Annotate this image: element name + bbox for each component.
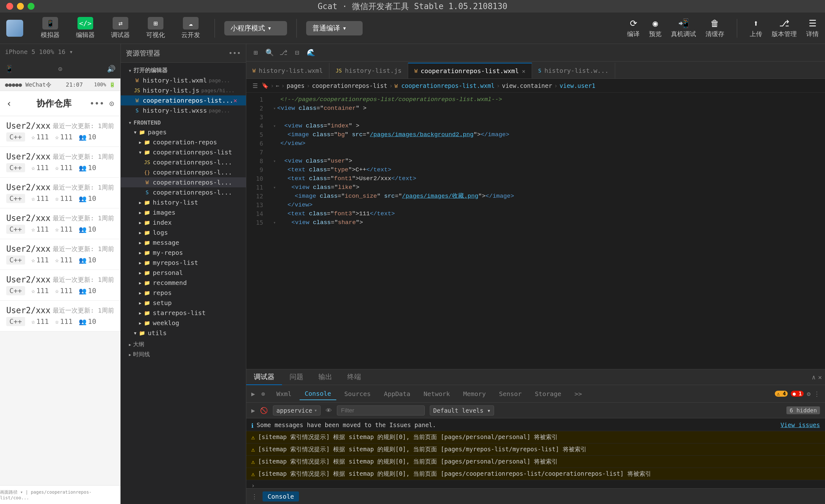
folder-logs[interactable]: ▸ 📁 logs (121, 227, 246, 237)
avatar[interactable] (6, 20, 23, 37)
frontend-section[interactable]: ▾ FRONTEND (121, 118, 246, 127)
simulator-button[interactable]: 📱 模拟器 (36, 14, 65, 42)
repo-list-item[interactable]: User2/xxx 最近一次更新: 1周前 C++ ☆ 111 ☆ 111 👥 … (0, 147, 121, 177)
repo-list-item[interactable]: User2/xxx 最近一次更新: 1周前 C++ ☆ 111 ☆ 111 👥 … (0, 208, 121, 239)
folder-pages[interactable]: ▾ 📁 pages (121, 127, 246, 137)
split-icon[interactable]: ⊞ (249, 47, 262, 59)
appservice-dropdown[interactable]: appservice ▾ (273, 406, 320, 416)
more-devtools-icon[interactable]: ⋮ (814, 390, 820, 398)
tab-output[interactable]: 输出 (311, 369, 340, 385)
folder-history-list[interactable]: ▸ 📁 history-list (121, 197, 246, 207)
levels-dropdown[interactable]: Default levels ▾ (430, 406, 494, 416)
file-cooperationrepos-wxss[interactable]: S cooperationrepos-l... (121, 187, 246, 197)
close-console-icon[interactable]: ✕ (818, 373, 822, 381)
version-button[interactable]: ⎇ 版本管理 (772, 18, 797, 38)
folder-personal[interactable]: ▸ 📁 personal (121, 268, 246, 278)
code-content[interactable]: <!--/pages/cooperationrepos-list/coopera… (268, 92, 825, 369)
camera-icon[interactable]: ⊙ (109, 99, 114, 108)
timeline-section[interactable]: ▸ 时间线 (121, 349, 246, 359)
repo-list-item[interactable]: User2/xxx 最近一次更新: 1周前 C++ ☆ 111 ☆ 111 👥 … (0, 301, 121, 332)
devtab-sources[interactable]: Sources (340, 387, 376, 400)
folder-starrepos-list[interactable]: ▸ 📁 starrepos-list (121, 308, 246, 318)
folder-index[interactable]: ▸ 📁 index (121, 217, 246, 227)
layout-icon[interactable]: ⊟ (291, 47, 303, 59)
outline-section[interactable]: ▸ 大纲 (121, 339, 246, 349)
minimize-button[interactable] (17, 3, 24, 10)
folder-recommend[interactable]: ▸ 📁 recommend (121, 278, 246, 288)
tab-history-wxss[interactable]: S history-list.w... (532, 63, 615, 78)
expand-icon[interactable]: › (251, 482, 255, 488)
open-file-wxml[interactable]: W history-list.wxml page... (121, 75, 246, 85)
filter-input[interactable] (337, 406, 425, 416)
file-cooperationrepos-json[interactable]: {} cooperationrepos-l... (121, 167, 246, 177)
close-button[interactable] (6, 3, 13, 10)
tab-history-wxml[interactable]: W history-list.wxml (246, 63, 329, 78)
folder-cooperation-repos[interactable]: ▸ 📁 cooperation-repos (121, 137, 246, 147)
folder-myrepos-list[interactable]: ▸ 📁 myrepos-list (121, 258, 246, 268)
tab-history-js[interactable]: JS history-list.js (329, 63, 408, 78)
eye-icon[interactable]: 👁 (325, 407, 332, 414)
file-cooperationrepos-js[interactable]: JS cooperationrepos-l... (121, 157, 246, 167)
open-file-cooperationrepos[interactable]: W cooperationrepos-list... ✕ (121, 95, 246, 105)
open-file-wxss[interactable]: S history-list.wxss page... (121, 105, 246, 116)
tab-issues[interactable]: 问题 (282, 369, 311, 385)
editor-button[interactable]: </> 编辑器 (71, 14, 100, 42)
log-entry-warn-3: ⚠ [sitemap 索引情况提示] 根据 sitemap 的规则[0], 当前… (246, 456, 825, 468)
clear-icon[interactable]: 🚫 (260, 407, 268, 414)
repo-list-item[interactable]: User2/xxx 最近一次更新: 1周前 C++ ☆ 111 ☆ 111 👥 … (0, 177, 121, 208)
devtab-memory[interactable]: Memory (458, 387, 491, 400)
wechat-icon[interactable]: 🌊 (305, 47, 317, 59)
tab-terminal[interactable]: 终端 (340, 369, 369, 385)
devtab-more[interactable]: >> (569, 387, 587, 400)
folder-setup[interactable]: ▸ 📁 setup (121, 298, 246, 308)
devtab-appdata[interactable]: AppData (379, 387, 415, 400)
devtab-storage[interactable]: Storage (530, 387, 566, 400)
tab-cooperationrepos-wxml[interactable]: W cooperationrepos-list.wxml ✕ (408, 63, 532, 78)
compile-dropdown[interactable]: 普通编译 ▼ (306, 21, 363, 35)
back-button[interactable]: ‹ (6, 98, 12, 109)
debug-button[interactable]: ⇄ 调试器 (106, 14, 135, 42)
preview-button[interactable]: ◉ 预览 (649, 18, 662, 38)
view-issues-link[interactable]: View issues (780, 422, 820, 428)
detail-button[interactable]: ☰ 详情 (806, 18, 819, 38)
devtab-console[interactable]: Console (300, 387, 336, 400)
search-icon[interactable]: 🔍 (263, 47, 276, 59)
run-icon[interactable]: ▶ (251, 407, 255, 414)
cloud-button[interactable]: ☁ 云开发 (176, 14, 205, 42)
nav-back-icon[interactable]: ← (276, 82, 279, 89)
tab-debugger[interactable]: 调试器 (246, 369, 282, 385)
folder-utils[interactable]: ▾ 📁 utils (121, 328, 246, 338)
maximize-button[interactable] (27, 3, 34, 10)
visualize-button[interactable]: ⊞ 可视化 (141, 14, 170, 42)
menu-icon[interactable]: ••• (89, 99, 104, 108)
close-icon[interactable]: ✕ (522, 68, 525, 74)
repo-list-item[interactable]: User2/xxx 最近一次更新: 1周前 C++ ☆ 111 ☆ 111 👥 … (0, 239, 121, 270)
devtab-network[interactable]: Network (419, 387, 455, 400)
toolbar-right-actions: ⟳ 编译 ◉ 预览 📲 真机调试 🗑 清缓存 ⬆ 上传 ⎇ 版本管理 ☰ 详情 (627, 18, 819, 38)
folder-weeklog[interactable]: ▸ 📁 weeklog (121, 318, 246, 328)
file-cooperationrepos-wxml[interactable]: W cooperationrepos-l... (121, 177, 246, 187)
folder-message[interactable]: ▸ 📁 message (121, 237, 246, 247)
folder-cooperationrepos-list[interactable]: ▾ 📁 cooperationrepos-list (121, 147, 246, 157)
folder-repos[interactable]: ▸ 📁 repos (121, 288, 246, 298)
footer-console-tab[interactable]: Console (262, 492, 299, 502)
more-icon[interactable]: ••• (228, 49, 241, 57)
open-editors-section[interactable]: ▾ 打开的编辑器 (121, 65, 246, 75)
repo-list-item[interactable]: User2/xxx 最近一次更新: 1周前 C++ ☆ 111 ☆ 111 👥 … (0, 270, 121, 301)
open-file-js[interactable]: JS history-list.js pages/hi... (121, 85, 246, 95)
clearcache-button[interactable]: 🗑 清缓存 (705, 18, 724, 38)
play-icon[interactable]: ▶ (251, 390, 255, 398)
compile-button[interactable]: ⟳ 编译 (627, 18, 640, 38)
folder-images[interactable]: ▸ 📁 images (121, 207, 246, 217)
devtab-sensor[interactable]: Sensor (494, 387, 527, 400)
realtest-button[interactable]: 📲 真机调试 (671, 18, 696, 38)
settings-icon[interactable]: ⚙ (807, 390, 811, 398)
repo-list-item[interactable]: User2/xxx 最近一次更新: 1周前 C++ ☆ 111 ☆ 111 👥 … (0, 116, 121, 147)
folder-my-repos[interactable]: ▸ 📁 my-repos (121, 247, 246, 258)
source-control-icon[interactable]: ⎇ (277, 47, 290, 59)
stop-icon[interactable]: ⊗ (261, 390, 265, 398)
upload-button[interactable]: ⬆ 上传 (750, 18, 762, 38)
collapse-console-icon[interactable]: ∧ (812, 373, 816, 381)
devtab-wxml[interactable]: Wxml (271, 387, 296, 400)
mode-dropdown[interactable]: 小程序模式 ▼ (224, 21, 287, 35)
